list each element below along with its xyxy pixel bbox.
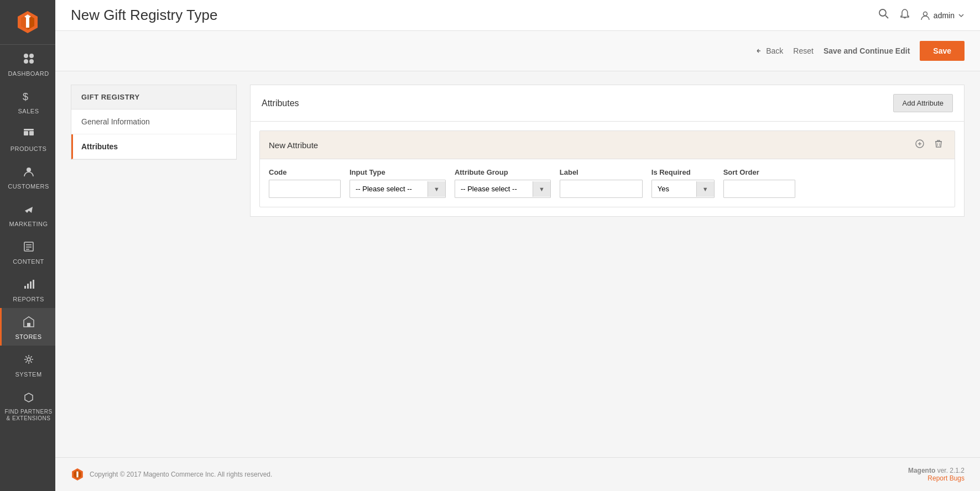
content-icon: [23, 241, 35, 255]
svg-point-23: [27, 358, 30, 361]
sidebar-item-extensions[interactable]: FIND PARTNERS & EXTENSIONS: [0, 383, 55, 427]
stores-icon: [23, 316, 35, 331]
back-button[interactable]: Back: [755, 46, 783, 55]
input-type-select[interactable]: -- Please select --: [350, 180, 428, 197]
attributes-title: Attributes: [262, 98, 299, 108]
reset-button[interactable]: Reset: [793, 46, 814, 55]
new-attribute-title: New Attribute: [269, 140, 318, 150]
main-content: New Gift Registry Type admin Back Reset …: [55, 0, 980, 491]
attribute-section-header: New Attribute: [260, 131, 955, 159]
sidebar: DASHBOARD $ SALES PRODUCTS CUSTOMERS MAR…: [0, 0, 55, 491]
label-field-group: Label: [560, 168, 643, 198]
svg-rect-18: [24, 286, 26, 289]
right-content-panel: Attributes Add Attribute New Attribute: [250, 85, 965, 217]
input-type-field-group: Input Type -- Please select -- ▼: [350, 168, 446, 198]
sidebar-item-reports-label: REPORTS: [13, 296, 44, 302]
attribute-group-field-group: Attribute Group -- Please select -- ▼: [455, 168, 551, 198]
sidebar-item-reports[interactable]: REPORTS: [0, 270, 55, 308]
add-attribute-button[interactable]: Add Attribute: [893, 94, 953, 112]
left-nav-panel: GIFT REGISTRY General Information Attrib…: [71, 85, 237, 160]
svg-rect-21: [33, 280, 34, 289]
label-input[interactable]: [560, 180, 643, 198]
svg-rect-11: [29, 131, 34, 135]
footer-logo-icon: [71, 468, 84, 481]
svg-rect-10: [24, 131, 28, 135]
svg-rect-16: [26, 247, 32, 248]
input-type-arrow-icon: ▼: [428, 181, 445, 197]
svg-line-25: [885, 15, 888, 18]
svg-rect-22: [27, 323, 30, 327]
system-icon: [23, 353, 35, 368]
svg-rect-17: [26, 249, 29, 250]
sidebar-item-dashboard-label: DASHBOARD: [8, 70, 49, 77]
svg-point-6: [29, 54, 34, 58]
reports-icon: [23, 278, 35, 293]
sort-order-label: Sort Order: [723, 168, 795, 176]
products-icon: [23, 128, 35, 143]
code-input[interactable]: [269, 180, 341, 198]
page-title: New Gift Registry Type: [71, 7, 217, 24]
sidebar-item-products-label: PRODUCTS: [11, 145, 47, 152]
new-attribute-section: New Attribute Code: [259, 130, 955, 207]
is-required-arrow-icon: ▼: [696, 181, 714, 197]
collapse-attribute-button[interactable]: [913, 138, 927, 152]
sidebar-item-sales-label: SALES: [18, 108, 39, 114]
topbar-actions: admin: [878, 8, 965, 22]
dashboard-icon: [23, 53, 35, 67]
sidebar-item-content-label: CONTENT: [13, 258, 44, 265]
svg-point-26: [923, 12, 927, 15]
attribute-form: Code Input Type -- Please select -- ▼: [260, 159, 955, 207]
search-icon[interactable]: [878, 8, 889, 22]
is-required-select-wrapper: Yes No ▼: [651, 180, 715, 198]
right-panel-header: Attributes Add Attribute: [251, 85, 964, 122]
sort-order-field-group: Sort Order: [723, 168, 795, 198]
attribute-group-select-wrapper: -- Please select -- ▼: [455, 180, 551, 198]
sidebar-item-products[interactable]: PRODUCTS: [0, 120, 55, 158]
user-icon: [920, 11, 930, 20]
sidebar-item-sales[interactable]: $ SALES: [0, 82, 55, 120]
code-field-group: Code: [269, 168, 341, 198]
sidebar-item-customers-label: CUSTOMERS: [8, 183, 49, 190]
svg-rect-12: [24, 129, 34, 130]
attribute-group-select[interactable]: -- Please select --: [455, 180, 533, 197]
is-required-label: Is Required: [651, 168, 715, 176]
bell-icon[interactable]: [899, 8, 910, 22]
is-required-field-group: Is Required Yes No ▼: [651, 168, 715, 198]
page-content-area: GIFT REGISTRY General Information Attrib…: [55, 71, 980, 457]
code-label: Code: [269, 168, 341, 176]
left-panel-item-general[interactable]: General Information: [71, 109, 236, 134]
footer-version: Magento ver. 2.1.2: [908, 467, 965, 474]
svg-rect-15: [26, 244, 32, 245]
label-field-label: Label: [560, 168, 643, 176]
footer-right: Magento ver. 2.1.2 Report Bugs: [908, 467, 965, 482]
collapse-icon: [915, 139, 925, 149]
report-bugs-link[interactable]: Report Bugs: [927, 474, 965, 482]
sidebar-item-customers[interactable]: CUSTOMERS: [0, 158, 55, 195]
sidebar-logo: [0, 0, 55, 45]
sidebar-item-system[interactable]: SYSTEM: [0, 346, 55, 383]
input-type-label: Input Type: [350, 168, 446, 176]
svg-point-8: [29, 59, 34, 64]
sidebar-item-dashboard[interactable]: DASHBOARD: [0, 45, 55, 82]
actionbar: Back Reset Save and Continue Edit Save: [55, 31, 980, 71]
left-panel-header: GIFT REGISTRY: [71, 85, 236, 109]
left-panel-item-attributes[interactable]: Attributes: [71, 134, 236, 159]
sidebar-item-marketing[interactable]: MARKETING: [0, 195, 55, 233]
copyright-text: Copyright © 2017 Magento Commerce Inc. A…: [90, 471, 272, 478]
attribute-group-arrow-icon: ▼: [533, 181, 550, 197]
arrow-left-icon: [755, 47, 763, 55]
svg-rect-33: [76, 472, 78, 478]
chevron-down-icon: [958, 12, 965, 19]
user-menu[interactable]: admin: [920, 11, 965, 20]
svg-rect-20: [30, 281, 32, 289]
footer-left: Copyright © 2017 Magento Commerce Inc. A…: [71, 468, 272, 481]
sort-order-input[interactable]: [723, 180, 795, 198]
sidebar-item-stores[interactable]: STORES: [0, 308, 55, 346]
is-required-select[interactable]: Yes No: [652, 180, 696, 197]
attribute-section-actions: [913, 138, 946, 152]
save-button[interactable]: Save: [920, 41, 965, 61]
sidebar-item-content[interactable]: CONTENT: [0, 233, 55, 270]
save-continue-button[interactable]: Save and Continue Edit: [823, 46, 910, 55]
footer: Copyright © 2017 Magento Commerce Inc. A…: [55, 457, 980, 491]
delete-attribute-button[interactable]: [931, 138, 946, 152]
